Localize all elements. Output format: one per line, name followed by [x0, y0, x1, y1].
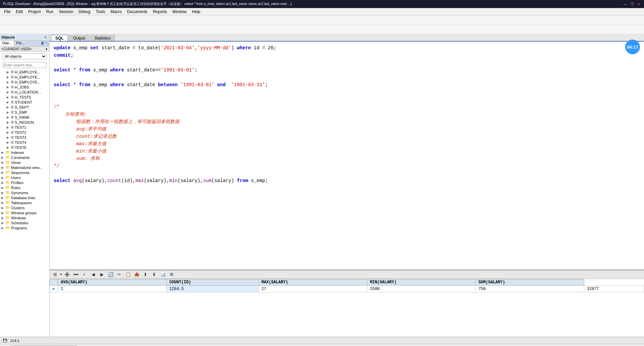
result-tb-btn-8[interactable]: 📋: [124, 271, 132, 278]
tree-item-6[interactable]: ▶⊞STUDENT: [0, 100, 49, 105]
expand-icon-4[interactable]: ▶: [7, 91, 11, 94]
tree-item-17[interactable]: ▶📁Constraints: [0, 155, 49, 160]
expand-icon-1[interactable]: ▶: [7, 75, 11, 79]
expand-icon-29[interactable]: ▶: [1, 216, 5, 220]
tree-item-7[interactable]: ▶⊞S_DEPT: [0, 105, 49, 110]
result-grid[interactable]: AVG(SALARY)COUNT(ID)MAX(SALARY)MIN(SALAR…: [50, 279, 644, 337]
expand-icon-9[interactable]: ▶: [7, 116, 11, 119]
tree-item-14[interactable]: ▶⊞TEST4: [0, 140, 49, 145]
tree-item-28[interactable]: ▶📁Window groups: [0, 210, 49, 215]
expand-icon-31[interactable]: ▶: [1, 226, 5, 230]
expand-icon-2[interactable]: ▶: [7, 80, 11, 84]
tab-statistics[interactable]: Statistics: [90, 35, 115, 41]
tree-item-4[interactable]: ▶⊞H_LOCATION...: [0, 90, 49, 95]
expand-icon-13[interactable]: ▶: [7, 136, 11, 139]
expand-icon-18[interactable]: ▶: [1, 161, 5, 164]
expand-icon-11[interactable]: ▶: [7, 126, 11, 129]
tree-item-11[interactable]: ▶⊞TEST1: [0, 125, 49, 130]
tree-item-18[interactable]: ▶📁Views: [0, 160, 49, 165]
tree-item-2[interactable]: ▶⊞H_EMPLOYE...: [0, 79, 49, 84]
tree-item-30[interactable]: ▶📁Schedules: [0, 220, 49, 225]
expand-icon-30[interactable]: ▶: [1, 221, 5, 225]
expand-icon-27[interactable]: ▶: [1, 206, 5, 210]
tree-item-16[interactable]: ▶📁Indexes: [0, 150, 49, 155]
restore-button[interactable]: ❐: [629, 1, 635, 7]
user-dropdown-icon[interactable]: ▼: [45, 48, 48, 51]
menu-item-run[interactable]: Run: [43, 9, 56, 15]
expand-icon-7[interactable]: ▶: [7, 106, 11, 109]
tree-item-3[interactable]: ▶⊞H_JOBS: [0, 84, 49, 90]
result-tb-btn-1[interactable]: ➕: [63, 271, 71, 278]
expand-icon-6[interactable]: ▶: [7, 101, 11, 104]
tree-item-23[interactable]: ▶📁Roles: [0, 185, 49, 190]
menu-item-tools[interactable]: Tools: [93, 9, 108, 15]
expand-icon-5[interactable]: ▶: [7, 96, 11, 99]
tree-item-29[interactable]: ▶📁Windows: [0, 215, 49, 220]
expand-icon-10[interactable]: ▶: [7, 121, 11, 124]
tree-item-12[interactable]: ▶⊞TEST2: [0, 130, 49, 135]
expand-icon-25[interactable]: ▶: [1, 196, 5, 199]
menu-item-session[interactable]: Session: [56, 9, 76, 15]
expand-icon-28[interactable]: ▶: [1, 211, 5, 215]
result-tb-btn-13[interactable]: ⚙: [168, 271, 176, 278]
expand-icon-14[interactable]: ▶: [7, 141, 11, 144]
tree-item-31[interactable]: ▶📁Programs: [0, 225, 49, 230]
menu-item-edit[interactable]: Edit: [13, 9, 25, 15]
pol-tab[interactable]: Pol...: [14, 41, 26, 46]
result-tb-btn-0[interactable]: ⊞: [51, 271, 59, 278]
tree-item-8[interactable]: ▶⊞S_EMP: [0, 110, 49, 115]
expand-icon-26[interactable]: ▶: [1, 201, 5, 205]
close-button[interactable]: ✕: [636, 1, 641, 7]
object-type-select[interactable]: All objects: [3, 53, 47, 59]
menu-item-help[interactable]: Help: [189, 9, 203, 15]
menu-item-file[interactable]: File: [1, 9, 13, 15]
tree-item-20[interactable]: ▶📁Sequences: [0, 170, 49, 175]
tree-item-25[interactable]: ▶📁Database links: [0, 195, 49, 200]
tree-item-22[interactable]: ▶📁Profiles: [0, 180, 49, 185]
tree-item-24[interactable]: ▶📁Synonyms: [0, 190, 49, 195]
tree-item-9[interactable]: ▶⊞S_RANK: [0, 115, 49, 120]
menu-item-documents[interactable]: Documents: [124, 9, 150, 15]
expand-icon-12[interactable]: ▶: [7, 131, 11, 134]
tree-item-5[interactable]: ▶⊞H_TEST5: [0, 95, 49, 100]
result-tb-btn-2[interactable]: ➖: [72, 271, 80, 278]
tree-item-19[interactable]: ▶📁Materialized view...: [0, 165, 49, 170]
expand-icon-21[interactable]: ▶: [1, 176, 5, 179]
left-icon2[interactable]: 🔧: [45, 41, 49, 46]
tree-item-26[interactable]: ▶📁Tablespaces: [0, 200, 49, 205]
menu-item-project[interactable]: Project: [25, 9, 43, 15]
expand-icon-22[interactable]: ▶: [1, 181, 5, 184]
menu-item-macro[interactable]: Macro: [108, 9, 124, 15]
result-tb-btn-5[interactable]: ▶: [98, 271, 106, 278]
result-tb-btn-3[interactable]: ✓: [80, 271, 89, 278]
expand-icon-17[interactable]: ▶: [1, 156, 5, 159]
menu-item-reports[interactable]: Reports: [150, 9, 170, 15]
search-input[interactable]: [3, 62, 47, 68]
tree-item-10[interactable]: ▶⊞S_REGION: [0, 120, 49, 125]
minimize-button[interactable]: —: [623, 1, 628, 7]
result-tb-btn-12[interactable]: 📊: [159, 271, 167, 278]
tree-item-0[interactable]: ▶⊞H_EMPLOYE...: [0, 69, 49, 74]
result-tb-btn-7[interactable]: ✂: [115, 271, 123, 278]
result-tb-btn-9[interactable]: 📤: [133, 271, 141, 278]
tree-item-27[interactable]: ▶📁Clusters: [0, 205, 49, 210]
result-tb-btn-6[interactable]: 🔄: [107, 271, 115, 278]
expand-icon-20[interactable]: ▶: [1, 171, 5, 174]
sql-editor[interactable]: update s_emp set start_date = to_date('2…: [50, 42, 644, 270]
expand-icon-3[interactable]: ▶: [7, 85, 11, 89]
expand-icon-24[interactable]: ▶: [1, 191, 5, 194]
expand-icon-16[interactable]: ▶: [1, 151, 5, 154]
result-tb-btn-11[interactable]: ⬇: [150, 271, 158, 278]
left-icon1[interactable]: 👤: [40, 41, 45, 46]
tab-sql[interactable]: SQL: [51, 35, 68, 41]
menu-item-debug[interactable]: Debug: [76, 9, 93, 15]
tree-item-1[interactable]: ▶⊞H_EMPLOYE...: [0, 74, 49, 79]
tree-item-15[interactable]: ▶⊞TEST6: [0, 145, 49, 150]
objects-tab[interactable]: Obje...: [0, 41, 14, 46]
result-tb-btn-4[interactable]: ◀: [89, 271, 97, 278]
tree-item-21[interactable]: ▶📁Users: [0, 175, 49, 180]
left-panel-close[interactable]: ✕: [43, 35, 48, 40]
menu-item-window[interactable]: Window: [170, 9, 190, 15]
tab-output[interactable]: Output: [69, 35, 90, 41]
expand-icon-23[interactable]: ▶: [1, 186, 5, 189]
